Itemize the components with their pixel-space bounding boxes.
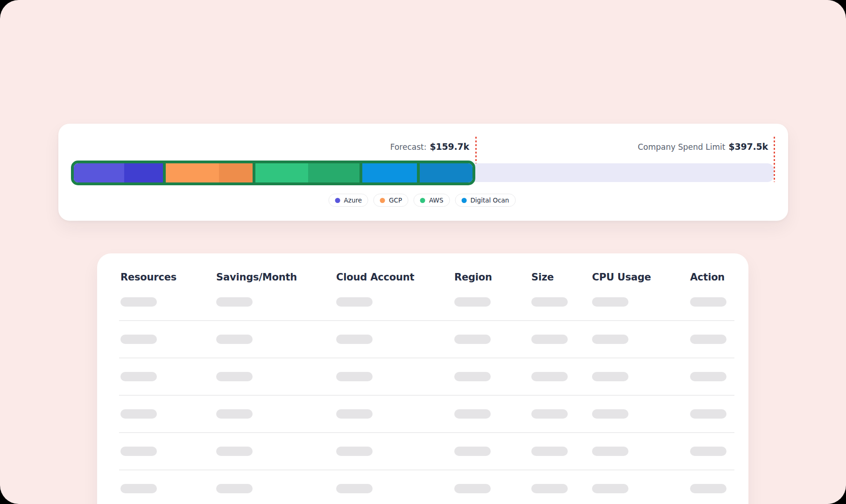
table-row — [119, 284, 734, 321]
table-cell — [120, 484, 216, 493]
skeleton-placeholder — [120, 484, 157, 493]
legend-pill-gcp[interactable]: GCP — [374, 194, 409, 207]
table-cell — [592, 335, 690, 344]
skeleton-placeholder — [336, 447, 373, 456]
table-cell — [336, 409, 454, 419]
column-header-resources: Resources — [120, 272, 216, 283]
table-cell — [120, 409, 216, 419]
bar-segment-digital-ocan-dark[interactable] — [420, 163, 472, 182]
bar-segment-azure-dark[interactable] — [124, 163, 163, 182]
table-body — [119, 284, 734, 504]
skeleton-placeholder — [690, 409, 726, 419]
table-cell — [336, 297, 454, 307]
table-cell — [690, 409, 727, 419]
bar-segment-aws-dark[interactable] — [308, 163, 360, 182]
column-header-size: Size — [531, 272, 592, 283]
skeleton-placeholder — [454, 335, 491, 344]
table-row — [119, 358, 734, 396]
legend-label: GCP — [389, 196, 402, 204]
skeleton-placeholder — [336, 297, 373, 307]
table-cell — [592, 409, 690, 419]
skeleton-placeholder — [454, 447, 491, 456]
skeleton-placeholder — [120, 447, 157, 456]
table-cell — [336, 484, 454, 493]
bar-segment-gcp-dark[interactable] — [219, 163, 253, 182]
table-cell — [690, 447, 727, 456]
table-cell — [531, 447, 592, 456]
table-cell — [531, 409, 592, 419]
table-cell — [454, 372, 531, 381]
legend-pill-azure[interactable]: Azure — [329, 194, 368, 207]
skeleton-placeholder — [690, 297, 726, 307]
column-header-savings-month: Savings/Month — [216, 272, 336, 283]
skeleton-placeholder — [216, 335, 253, 344]
table-cell — [531, 484, 592, 493]
column-header-cloud-account: Cloud Account — [336, 272, 454, 283]
skeleton-placeholder — [120, 372, 157, 381]
skeleton-placeholder — [690, 372, 726, 381]
table-cell — [454, 484, 531, 493]
table-cell — [120, 372, 216, 381]
bar-segment-aws-light[interactable] — [255, 163, 308, 182]
legend-dot-icon — [335, 198, 340, 203]
skeleton-placeholder — [592, 297, 628, 307]
table-cell — [690, 335, 727, 344]
skeleton-placeholder — [336, 372, 373, 381]
skeleton-placeholder — [531, 335, 568, 344]
resources-table-card: ResourcesSavings/MonthCloud AccountRegio… — [97, 253, 748, 504]
table-cell — [592, 372, 690, 381]
table-cell — [216, 372, 336, 381]
spend-limit-value: $397.5k — [728, 141, 768, 152]
forecast-value: $159.7k — [430, 141, 469, 152]
table-cell — [336, 447, 454, 456]
table-row — [119, 470, 734, 504]
forecast-marker-line — [475, 137, 477, 164]
table-cell — [120, 335, 216, 344]
dashboard-canvas: Forecast: $159.7k Company Spend Limit $3… — [0, 0, 846, 504]
skeleton-placeholder — [454, 372, 491, 381]
skeleton-placeholder — [531, 484, 568, 493]
skeleton-placeholder — [216, 484, 253, 493]
table-cell — [454, 297, 531, 307]
table-cell — [454, 335, 531, 344]
table-row — [119, 321, 734, 358]
skeleton-placeholder — [454, 297, 491, 307]
legend-label: Azure — [344, 196, 362, 204]
column-header-region: Region — [454, 272, 531, 283]
legend-label: Digital Ocan — [470, 196, 509, 204]
skeleton-placeholder — [592, 409, 628, 419]
skeleton-placeholder — [592, 335, 628, 344]
column-header-cpu-usage: CPU Usage — [592, 272, 690, 283]
skeleton-placeholder — [336, 409, 373, 419]
table-cell — [690, 372, 727, 381]
skeleton-placeholder — [120, 409, 157, 419]
table-row — [119, 433, 734, 470]
table-cell — [454, 447, 531, 456]
bar-segment-gcp-light[interactable] — [166, 163, 219, 182]
skeleton-placeholder — [120, 297, 157, 307]
skeleton-placeholder — [336, 484, 373, 493]
column-header-action: Action — [690, 272, 727, 283]
spend-limit-caption: Company Spend Limit $397.5k — [638, 141, 768, 152]
skeleton-placeholder — [592, 447, 628, 456]
legend-label: AWS — [429, 196, 443, 204]
skeleton-placeholder — [690, 335, 726, 344]
bar-segment-digital-ocan-light[interactable] — [362, 163, 417, 182]
spend-limit-label: Company Spend Limit — [638, 142, 725, 152]
table-cell — [690, 297, 727, 307]
skeleton-placeholder — [531, 297, 568, 307]
skeleton-placeholder — [592, 484, 628, 493]
table-cell — [216, 335, 336, 344]
skeleton-placeholder — [216, 447, 253, 456]
legend-pill-aws[interactable]: AWS — [414, 194, 450, 207]
table-cell — [531, 297, 592, 307]
skeleton-placeholder — [531, 372, 568, 381]
skeleton-placeholder — [216, 297, 253, 307]
legend-pill-digital-ocan[interactable]: Digital Ocan — [455, 194, 515, 207]
table-cell — [336, 372, 454, 381]
skeleton-placeholder — [120, 335, 157, 344]
table-cell — [454, 409, 531, 419]
bar-segment-azure-light[interactable] — [74, 163, 124, 182]
table-cell — [592, 297, 690, 307]
skeleton-placeholder — [454, 484, 491, 493]
